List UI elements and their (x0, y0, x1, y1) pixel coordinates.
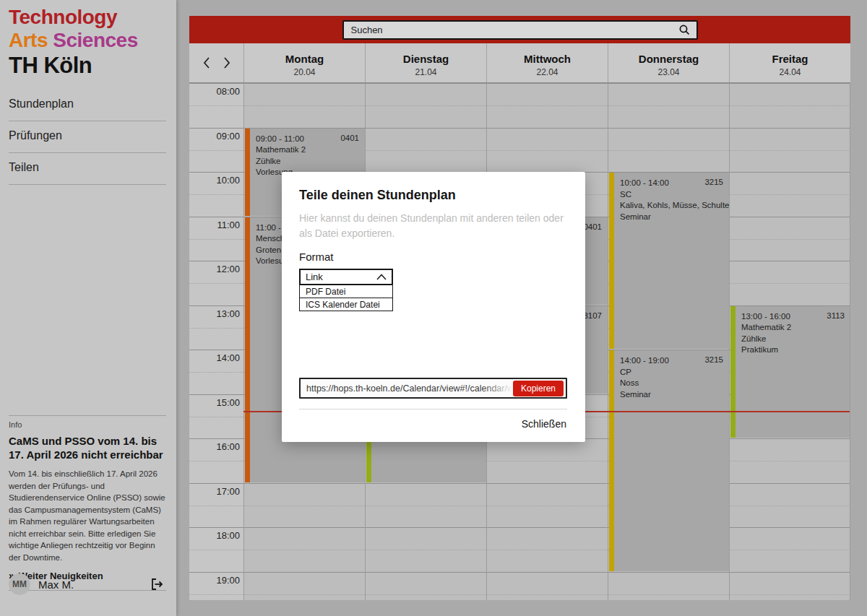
modal-title: Teile deinen Stundenplan (299, 188, 568, 203)
day-date: 23.04 (608, 67, 729, 77)
day-column-donnerstag: 10:00 - 14:003215SCKaliva, Kohls, Müsse,… (608, 83, 729, 600)
week-nav (189, 43, 243, 82)
event-block[interactable]: 13:00 - 16:003113Mathematik 2ZühlkePrakt… (730, 306, 850, 438)
day-header-montag[interactable]: Montag20.04 (243, 43, 365, 82)
event-lecturers: Zühlke (256, 156, 359, 168)
event-lecturers: Zühlke (741, 334, 845, 345)
time-label: 11:00 (217, 220, 240, 230)
day-header-dienstag[interactable]: Dienstag21.04 (365, 43, 486, 82)
user-name: Max M. (38, 578, 149, 591)
share-url-row: https://hops.th-koeln.de/Calendar/view#!… (299, 378, 567, 399)
format-option-ics-kalender-datei[interactable]: ICS Kalender Datei (299, 298, 393, 311)
day-name: Dienstag (366, 53, 486, 65)
logout-icon[interactable] (149, 576, 165, 592)
avatar: MM (9, 573, 30, 595)
share-modal: Teile deinen Stundenplan Hier kannst du … (282, 172, 585, 442)
search-icon[interactable] (678, 24, 691, 36)
modal-subtitle: Hier kannst du deinen Stundenplan mit an… (299, 211, 568, 240)
event-room: 3215 (704, 178, 723, 186)
day-date: 20.04 (244, 67, 365, 77)
event-room: 0401 (340, 134, 359, 142)
logo-line-technology: Technology (9, 6, 166, 29)
sidebar: Technology Arts Sciences TH Köln Stunden… (0, 0, 176, 616)
info-title: CaMS und PSSO vom 14. bis 17. April 2026… (9, 434, 166, 461)
sidebar-item-prfungen[interactable]: Prüfungen (9, 121, 166, 153)
day-date: 24.04 (730, 67, 850, 77)
search-box (342, 20, 698, 40)
chevron-left-icon[interactable] (202, 56, 212, 69)
time-label: 15:00 (216, 397, 240, 408)
day-name: Mittwoch (487, 53, 608, 65)
day-column-freitag: 13:00 - 16:003113Mathematik 2ZühlkePrakt… (729, 83, 850, 600)
day-name: Montag (244, 53, 365, 65)
copy-button[interactable]: Kopieren (513, 381, 564, 396)
sidebar-menu: StundenplanPrüfungenTeilen (0, 90, 176, 185)
time-label: 14:00 (216, 352, 240, 363)
format-select-trigger[interactable]: Link (299, 269, 393, 285)
event-title: Mathematik 2 (256, 144, 359, 156)
search-input[interactable] (351, 25, 678, 35)
day-date: 21.04 (366, 67, 486, 77)
event-title: CP (620, 367, 723, 378)
time-label: 18:00 (216, 530, 240, 541)
chevron-right-icon[interactable] (222, 56, 232, 69)
event-room: 3107 (583, 311, 602, 320)
time-label: 16:00 (216, 441, 240, 452)
event-room: 3113 (827, 311, 845, 320)
event-room: 3215 (704, 355, 723, 364)
user-row: MM Max M. (9, 572, 165, 597)
event-type: Seminar (620, 389, 723, 401)
modal-divider (299, 409, 567, 409)
time-label: 17:00 (216, 486, 240, 497)
format-options-list: PDF DateiICS Kalender Datei (299, 285, 393, 311)
logo-line-arts: Arts (9, 29, 48, 51)
event-type: Seminar (620, 212, 723, 223)
day-name: Donnerstag (608, 53, 729, 65)
time-label: 09:00 (216, 131, 240, 142)
time-label: 08:00 (216, 86, 240, 97)
time-label: 12:00 (216, 264, 240, 274)
sidebar-item-stundenplan[interactable]: Stundenplan (9, 90, 166, 121)
time-label: 13:00 (216, 308, 240, 319)
format-label: Format (299, 251, 568, 263)
logo-line-th-koeln: TH Köln (9, 53, 166, 78)
chevron-up-icon (376, 274, 387, 280)
sidebar-item-teilen[interactable]: Teilen (9, 153, 166, 185)
event-title: Mathematik 2 (741, 322, 845, 334)
top-red-bar (189, 16, 850, 43)
info-box: Info CaMS und PSSO vom 14. bis 17. April… (9, 415, 166, 591)
day-name: Freitag (730, 53, 850, 65)
event-title: SC (620, 189, 723, 201)
close-button[interactable]: Schließen (522, 418, 566, 430)
event-type: Praktikum (741, 344, 845, 356)
day-header-donnerstag[interactable]: Donnerstag23.04 (608, 43, 729, 82)
th-koeln-logo: Technology Arts Sciences TH Köln (0, 0, 176, 78)
logo-line-sciences: Sciences (53, 29, 137, 51)
time-label: 19:00 (216, 575, 240, 586)
info-body: Vom 14. bis einschließlich 17. April 202… (9, 468, 166, 563)
day-header-freitag[interactable]: Freitag24.04 (729, 43, 850, 82)
day-header-mittwoch[interactable]: Mittwoch22.04 (486, 43, 608, 82)
day-header-row: Montag20.04Dienstag21.04Mittwoch22.04Don… (189, 43, 850, 83)
info-section-label: Info (9, 420, 166, 429)
format-select: Link PDF DateiICS Kalender Datei (299, 269, 393, 311)
event-lecturers: Noss (620, 378, 723, 389)
format-selected-value: Link (306, 272, 376, 282)
event-block[interactable]: 10:00 - 14:003215SCKaliva, Kohls, Müsse,… (609, 173, 729, 349)
event-block[interactable]: 14:00 - 19:003215CPNossSeminar (609, 350, 729, 571)
format-option-pdf-datei[interactable]: PDF Datei (299, 285, 393, 298)
event-room: 0401 (583, 222, 602, 231)
share-url-field[interactable]: https://hops.th-koeln.de/Calendar/view#!… (306, 383, 513, 394)
time-label: 10:00 (216, 175, 240, 186)
day-date: 22.04 (487, 67, 608, 77)
event-lecturers: Kaliva, Kohls, Müsse, Schulte (620, 200, 723, 212)
